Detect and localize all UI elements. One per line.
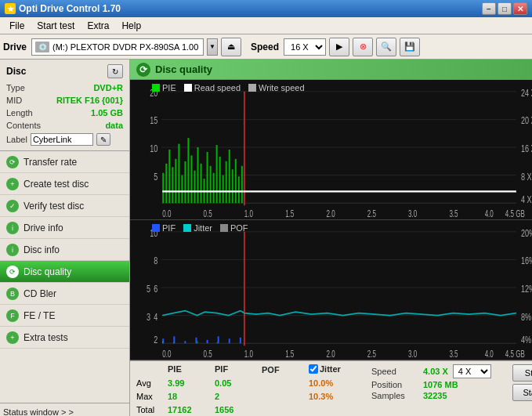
svg-rect-34 xyxy=(219,157,221,203)
svg-text:8 X: 8 X xyxy=(521,171,532,182)
jitter-col-header: Jitter xyxy=(320,364,341,374)
refresh-btn[interactable]: ▶ xyxy=(329,38,349,56)
erase-btn[interactable]: ⊗ xyxy=(353,38,373,56)
sidebar-item-transfer-rate[interactable]: ⟳ Transfer rate xyxy=(0,151,129,173)
total-pie: 17162 xyxy=(168,403,215,416)
svg-text:20%: 20% xyxy=(521,227,532,238)
svg-text:3.5: 3.5 xyxy=(449,349,458,359)
menu-file[interactable]: File xyxy=(3,19,31,33)
close-button[interactable]: ✕ xyxy=(513,2,527,15)
jitter-legend-box xyxy=(183,224,191,232)
start-full-button[interactable]: Start full xyxy=(512,364,532,382)
stats-table: PIE PIF POF Jitter Avg 3.99 0.0 xyxy=(136,364,371,416)
disc-info-icon: i xyxy=(6,244,19,256)
svg-rect-17 xyxy=(165,164,167,203)
minimize-button[interactable]: − xyxy=(482,2,496,15)
svg-text:20 X: 20 X xyxy=(521,115,532,126)
svg-text:1.5: 1.5 xyxy=(285,349,294,359)
sidebar-item-extra-tests[interactable]: + Extra tests xyxy=(0,327,129,349)
start-part-button[interactable]: Start part xyxy=(512,384,532,401)
label-field-label: Label xyxy=(6,135,27,144)
svg-rect-79 xyxy=(229,338,230,343)
sidebar-item-create-test-disc[interactable]: + Create test disc xyxy=(0,173,129,195)
svg-text:4.0: 4.0 xyxy=(485,208,494,219)
start-buttons: Start full Start part xyxy=(512,364,532,401)
svg-rect-54 xyxy=(130,220,532,360)
svg-text:1.5: 1.5 xyxy=(285,208,294,219)
mid-label: MID xyxy=(6,94,22,107)
total-pif: 1656 xyxy=(215,403,262,416)
maximize-button[interactable]: □ xyxy=(498,2,512,15)
window-title: Opti Drive Control 1.70 xyxy=(19,3,121,14)
menu-extra[interactable]: Extra xyxy=(81,19,115,33)
svg-rect-78 xyxy=(218,336,219,343)
status-window-toggle[interactable]: Status window > > xyxy=(0,403,129,416)
svg-text:16 X: 16 X xyxy=(521,143,532,154)
sidebar-item-verify-test-disc[interactable]: ✓ Verify test disc xyxy=(0,195,129,217)
position-label: Position xyxy=(371,380,418,389)
mid-value: RITEK F16 {001} xyxy=(56,94,123,107)
svg-rect-39 xyxy=(235,159,237,203)
chart1-svg: 20 15 10 5 24 X 20 X 16 X 8 X 4 X xyxy=(130,80,532,219)
position-value: 1076 MB xyxy=(423,380,458,389)
svg-text:5: 5 xyxy=(147,283,150,294)
sidebar-item-fe-te[interactable]: F FE / TE xyxy=(0,305,129,327)
menu-bar: File Start test Extra Help xyxy=(0,17,532,34)
svg-text:12%: 12% xyxy=(521,283,532,294)
drive-dropdown-arrow[interactable]: ▼ xyxy=(207,38,218,56)
sidebar-item-disc-quality[interactable]: ⟳ Disc quality xyxy=(0,261,129,283)
svg-text:4.0: 4.0 xyxy=(485,349,494,359)
disc-refresh-button[interactable]: ↻ xyxy=(107,64,123,78)
sidebar-item-drive-info[interactable]: i Drive info xyxy=(0,217,129,239)
disc-quality-icon: ⟳ xyxy=(6,266,19,278)
svg-text:0.5: 0.5 xyxy=(204,208,212,219)
sidebar-item-cd-bler[interactable]: B CD Bler xyxy=(0,283,129,305)
svg-text:4%: 4% xyxy=(521,335,531,345)
drive-label: Drive xyxy=(3,42,27,52)
read-speed-legend-box xyxy=(184,84,192,92)
avg-label: Avg xyxy=(136,377,168,390)
menu-help[interactable]: Help xyxy=(115,19,147,33)
svg-text:0.0: 0.0 xyxy=(162,208,171,219)
menu-start-test[interactable]: Start test xyxy=(31,19,81,33)
speed-select2[interactable]: 4 X 8 X 16 X xyxy=(453,364,491,378)
svg-text:3.0: 3.0 xyxy=(408,349,417,359)
svg-rect-75 xyxy=(184,341,186,343)
drive-action-btn[interactable]: ⏏ xyxy=(221,38,241,56)
label-edit-button[interactable]: ✎ xyxy=(96,133,110,146)
scan-btn[interactable]: 🔍 xyxy=(376,38,396,56)
disc-quality-title: Disc quality xyxy=(155,63,212,75)
avg-pie: 3.99 xyxy=(168,377,215,390)
type-value: DVD+R xyxy=(93,81,123,94)
write-speed-legend-box xyxy=(248,84,256,92)
contents-label: Contents xyxy=(6,119,41,132)
svg-text:5: 5 xyxy=(154,171,157,182)
fe-te-icon: F xyxy=(6,309,19,322)
app-icon: ★ xyxy=(5,3,16,14)
jitter-legend-label: Jitter xyxy=(194,223,212,233)
label-input[interactable] xyxy=(31,133,93,146)
drive-select[interactable]: 💿 (M:) PLEXTOR DVDR PX-890SA 1.00 xyxy=(31,38,204,56)
svg-rect-80 xyxy=(240,338,241,343)
svg-rect-82 xyxy=(173,342,174,343)
sidebar-item-disc-info[interactable]: i Disc info xyxy=(0,239,129,261)
extra-tests-icon: + xyxy=(6,331,19,344)
svg-rect-23 xyxy=(184,161,186,203)
svg-text:1.0: 1.0 xyxy=(244,349,253,359)
verify-icon: ✓ xyxy=(6,200,19,212)
pie-legend-box xyxy=(152,84,160,92)
read-speed-legend-label: Read speed xyxy=(194,83,241,92)
contents-value: data xyxy=(105,119,123,132)
sidebar-nav: ⟳ Transfer rate + Create test disc ✓ Ver… xyxy=(0,151,129,403)
jitter-checkbox[interactable] xyxy=(309,364,318,374)
speed-select[interactable]: 16 X 4 X 8 X 12 X MAX xyxy=(284,38,326,56)
disc-section-title: Disc xyxy=(6,66,26,77)
write-speed-legend-label: Write speed xyxy=(259,83,305,92)
svg-rect-16 xyxy=(162,173,164,204)
save-btn[interactable]: 💾 xyxy=(400,38,420,56)
svg-rect-26 xyxy=(194,171,195,204)
pie-chart: PIE Read speed Write speed xyxy=(130,80,532,220)
svg-text:8: 8 xyxy=(154,255,157,266)
chart1-legend: PIE Read speed Write speed xyxy=(152,83,305,92)
disc-section: Disc ↻ Type DVD+R MID RITEK F16 {001} Le… xyxy=(0,60,129,151)
